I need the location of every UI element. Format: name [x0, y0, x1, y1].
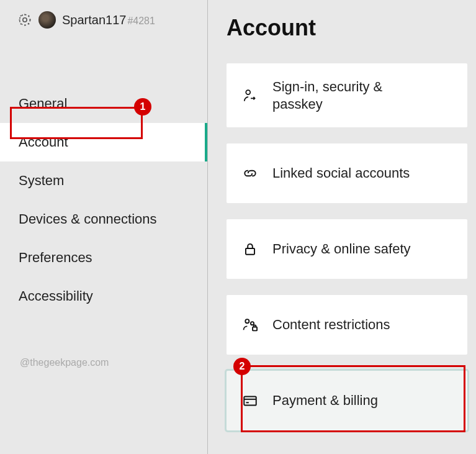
sidebar: Spartan117#4281 General Account System D…: [0, 0, 208, 454]
svg-point-4: [245, 319, 249, 323]
svg-rect-6: [253, 327, 257, 331]
avatar[interactable]: [38, 11, 56, 29]
svg-point-5: [251, 322, 254, 325]
nav-item-system[interactable]: System: [0, 161, 207, 200]
card-payment-billing[interactable]: Payment & billing: [227, 371, 467, 430]
nav: General Account System Devices & connect…: [0, 84, 207, 316]
nav-item-account[interactable]: Account: [0, 123, 207, 161]
card-privacy[interactable]: Privacy & online safety: [227, 219, 467, 279]
nav-item-devices[interactable]: Devices & connections: [0, 200, 207, 238]
nav-item-general[interactable]: General: [0, 84, 207, 123]
watermark: @thegeekpage.com: [20, 357, 109, 368]
svg-point-2: [246, 90, 250, 94]
nav-item-preferences[interactable]: Preferences: [0, 238, 207, 277]
card-label: Linked social accounts: [272, 165, 410, 182]
card-signin-security[interactable]: Sign-in, security & passkey: [227, 63, 467, 127]
svg-rect-3: [246, 248, 254, 255]
svg-point-0: [23, 18, 27, 22]
profile-row: Spartan117#4281: [0, 11, 207, 41]
card-label: Privacy & online safety: [272, 240, 411, 258]
credit-card-icon: [241, 392, 259, 409]
card-label: Payment & billing: [272, 392, 378, 409]
page-title: Account: [227, 15, 467, 41]
card-linked-social[interactable]: Linked social accounts: [227, 143, 467, 203]
svg-rect-7: [244, 397, 256, 406]
card-label: Sign-in, security & passkey: [272, 78, 409, 112]
card-label: Content restrictions: [272, 316, 390, 334]
nav-item-accessibility[interactable]: Accessibility: [0, 277, 207, 316]
gear-icon[interactable]: [17, 12, 32, 27]
main-panel: Account Sign-in, security & passkey Link…: [208, 0, 476, 454]
card-content-restrictions[interactable]: Content restrictions: [227, 295, 467, 355]
lock-icon: [241, 240, 259, 258]
person-key-icon: [241, 87, 259, 104]
link-icon: [241, 165, 259, 182]
username: Spartan117#4281: [62, 13, 155, 27]
people-lock-icon: [241, 316, 259, 334]
